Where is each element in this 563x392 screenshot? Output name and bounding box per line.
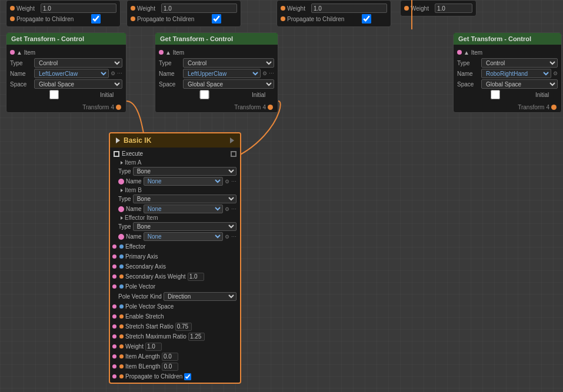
item-b-name-select[interactable]: None <box>144 205 223 213</box>
item-b-name-row: Name None ⚙ ⋯ <box>116 204 240 214</box>
weight-input-2[interactable] <box>311 4 387 13</box>
pole-vector-port <box>112 284 116 289</box>
node1-transform-label: Transform <box>82 104 109 110</box>
node2-type-label: Type <box>159 60 181 66</box>
propagate-checkbox-2[interactable] <box>346 14 387 24</box>
effector-item-name-select[interactable]: None <box>144 232 223 241</box>
node1-initial-check[interactable] <box>10 90 98 99</box>
node3-space-label: Space <box>457 81 479 88</box>
item-a-name-port <box>118 179 124 185</box>
node2-name-select[interactable]: LeftUpperClaw <box>183 69 261 78</box>
node3-name-select[interactable]: RoboRightHand <box>481 69 551 78</box>
effector-item-type-label: Type <box>118 223 131 230</box>
node2-dots-icon[interactable]: ⋯ <box>269 71 274 76</box>
item-b-name-port <box>118 206 124 212</box>
item-a-gear-icon[interactable]: ⚙ <box>225 179 229 185</box>
effector-item-type-select[interactable]: Bone <box>133 222 236 231</box>
node1-transform-num: 4 <box>111 104 114 110</box>
node2-space-label: Space <box>159 81 181 88</box>
enable-stretch-port2 <box>119 314 124 319</box>
weight-row-input[interactable] <box>145 343 162 351</box>
node3-type-label: Type <box>457 60 479 66</box>
pole-vector-space-port <box>112 304 116 309</box>
stretch-start-input[interactable] <box>175 323 192 331</box>
node1-dots-icon[interactable]: ⋯ <box>117 71 122 76</box>
effector-item-name-row: Name None ⚙ ⋯ <box>116 232 240 242</box>
stretch-max-label: Stretch Maximum Ratio <box>125 333 186 340</box>
item-b-gear-icon[interactable]: ⚙ <box>225 206 229 212</box>
item-blength-port2 <box>119 364 124 368</box>
node3-gear-icon[interactable]: ⚙ <box>553 71 558 76</box>
item-b-type-row: Type Bone <box>116 194 240 204</box>
execute-port-left <box>114 151 119 157</box>
node2-item-label: ▲ Item <box>165 49 188 56</box>
weight-input-1[interactable] <box>161 4 237 13</box>
node2-gear-icon[interactable]: ⚙ <box>262 71 267 76</box>
item-b-dots-icon[interactable]: ⋯ <box>231 206 236 212</box>
enable-stretch-port <box>112 314 116 319</box>
node1-header: Get Transform - Control <box>6 33 126 45</box>
item-blength-row: Item BLength <box>110 361 240 371</box>
node3-transform-num: 4 <box>546 104 549 110</box>
propagate-checkbox-0[interactable] <box>75 14 116 24</box>
node1-type-select[interactable]: Control <box>34 58 122 68</box>
node3-initial-check[interactable] <box>457 90 534 99</box>
weight-input-3[interactable] <box>435 4 472 13</box>
node1-name-select[interactable]: LeftLowerClaw <box>34 69 109 78</box>
primary-axis-row: Primary Axis <box>110 252 240 262</box>
node1-initial-label: Initial <box>100 92 122 98</box>
effector-row-label: Effector <box>125 243 145 250</box>
node3-type-select[interactable]: Control <box>481 58 558 68</box>
node3-space-select[interactable]: Global Space <box>481 79 558 89</box>
pole-vector-kind-select[interactable]: Direction <box>164 292 236 301</box>
secondary-axis-row: Secondary Axis <box>110 262 240 272</box>
secondary-axis-label: Secondary Axis <box>125 263 166 270</box>
stretch-max-port2 <box>119 334 124 339</box>
node3-transform-label: Transform <box>518 104 544 110</box>
item-a-section: Item A <box>110 159 240 166</box>
pole-vector-label: Pole Vector <box>125 283 155 290</box>
item-b-type-select[interactable]: Bone <box>133 195 236 203</box>
item-a-dots-icon[interactable]: ⋯ <box>231 179 236 185</box>
item-alength-port2 <box>119 354 124 359</box>
item-b-label: Item B <box>125 187 142 193</box>
propagate-checkbox-1[interactable] <box>196 14 237 24</box>
propagate-label-0: Propagate to Children <box>16 16 74 22</box>
node2-name-label: Name <box>159 71 181 77</box>
node2-type-select[interactable]: Control <box>183 58 274 68</box>
node1-item-label: ▲ Item <box>16 49 39 56</box>
node2-initial-check[interactable] <box>159 90 250 99</box>
execute-label: Execute <box>122 150 143 157</box>
basic-ik-expand-icon <box>116 138 120 143</box>
item-a-type-select[interactable]: Bone <box>133 167 236 176</box>
item-a-name-select[interactable]: None <box>144 177 223 186</box>
node2-space-select[interactable]: Global Space <box>183 79 274 89</box>
node1-gear-icon[interactable]: ⚙ <box>111 71 115 76</box>
node3-header: Get Transform - Control <box>454 33 561 45</box>
propagate-row-checkbox[interactable] <box>184 373 191 380</box>
node2-initial-label: Initial <box>252 92 274 98</box>
secondary-axis-weight-port2 <box>119 274 124 279</box>
item-a-type-row: Type Bone <box>116 166 240 176</box>
item-alength-input[interactable] <box>162 353 178 361</box>
node1-footer: Transform 4 <box>6 102 126 112</box>
weight-input-0[interactable] <box>41 4 116 13</box>
item-a-expand-icon <box>121 161 123 165</box>
effector-item-label: Effector Item <box>125 215 158 221</box>
propagate-label-1: Propagate to Children <box>137 16 194 22</box>
effector-item-dots-icon[interactable]: ⋯ <box>231 234 236 240</box>
weight-port <box>112 344 116 349</box>
basic-ik-title: Basic IK <box>124 136 151 145</box>
effector-row: Effector <box>110 242 240 252</box>
item-blength-label: Item BLength <box>125 363 160 370</box>
weight-label: Weight <box>16 5 39 12</box>
pole-vector-row: Pole Vector <box>110 282 240 292</box>
item-b-expand-icon <box>121 189 123 192</box>
secondary-axis-weight-input[interactable] <box>188 273 204 281</box>
node1-space-select[interactable]: Global Space <box>34 79 122 89</box>
stretch-max-input[interactable] <box>188 333 205 341</box>
effector-item-gear-icon[interactable]: ⚙ <box>225 234 229 240</box>
pole-vector-port2 <box>119 284 124 289</box>
stretch-max-port <box>112 334 116 339</box>
item-blength-input[interactable] <box>162 363 178 371</box>
